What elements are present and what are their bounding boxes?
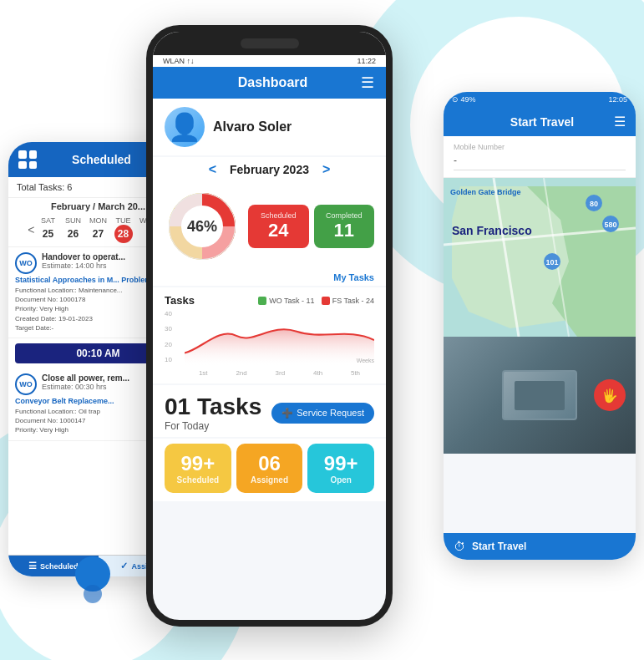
plus-icon: ➕: [281, 408, 293, 419]
day-num-tue: 28: [114, 225, 133, 243]
legend-dot-fs: [322, 297, 330, 305]
scheduled-card: 99+ Scheduled: [165, 444, 231, 493]
stat-cards: Scheduled 24 Completed 11: [248, 205, 374, 248]
assigned-card-num: 06: [258, 452, 281, 475]
scheduled-tab-label: Scheduled: [40, 562, 79, 571]
chart-yaxis: 40302010: [165, 310, 172, 363]
notch-pill: [241, 38, 299, 48]
status-right: 11:22: [357, 57, 376, 65]
avatar: 👤: [165, 107, 205, 147]
service-request-label: Service Request: [297, 408, 364, 418]
open-card-label: Open: [330, 475, 352, 485]
profile-section: 👤 Alvaro Soler: [153, 99, 386, 155]
open-card-num: 99+: [324, 452, 358, 475]
svg-text:580: 580: [604, 221, 616, 229]
task2-title: Close all power, rem...: [42, 373, 129, 383]
day-num-mon: 27: [89, 225, 108, 243]
chart-legend: WO Task - 11 FS Task - 24: [258, 297, 374, 305]
scheduled-card-num: 99+: [180, 452, 215, 475]
stop-button[interactable]: 🖐: [594, 379, 626, 411]
mobile-number-section: Mobile Number -: [444, 136, 636, 178]
task2-estimate: Estimate: 00:30 hrs: [42, 383, 129, 391]
chart-title: Tasks: [165, 294, 195, 307]
task1-title: Handover to operat...: [42, 252, 125, 261]
bridge-label: Golden Gate Bridge: [450, 188, 521, 196]
right-status-bar: ⊙ 49% 12:05: [444, 92, 636, 107]
donut-percent: 46%: [187, 218, 217, 236]
day-label-tue: TUE: [116, 216, 131, 225]
chart-header: Tasks WO Task - 11 FS Task - 24: [165, 294, 374, 307]
right-menu-icon[interactable]: ☰: [614, 114, 626, 129]
center-menu-icon[interactable]: ☰: [361, 74, 374, 92]
travel-label: Start Travel: [472, 541, 526, 552]
travel-bar[interactable]: ⏱ Start Travel: [444, 533, 636, 560]
legend-wo: WO Task - 11: [258, 297, 314, 305]
generator-body: [515, 381, 565, 410]
day-mon[interactable]: MON 27: [87, 216, 110, 243]
legend-dot-wo: [258, 297, 266, 305]
completed-stat-card: Completed 11: [314, 205, 375, 248]
right-phone-header: Start Travel ☰: [444, 107, 636, 136]
map-svg: 80 580 101: [444, 178, 636, 337]
right-status-left: ⊙ 49%: [452, 95, 476, 104]
avatar-icon: 👤: [168, 111, 201, 143]
center-phone-header: Dashboard ☰: [153, 67, 386, 99]
center-status-bar: WLAN ↑↓ 11:22: [153, 55, 386, 67]
svg-text:101: 101: [545, 258, 558, 267]
svg-text:80: 80: [590, 200, 598, 208]
prev-month-button[interactable]: <: [209, 162, 216, 177]
day-label-mon: MON: [89, 216, 107, 225]
tasks-today-info: 01 Tasks For Today: [165, 393, 261, 432]
scheduled-tab-icon: ☰: [28, 561, 37, 571]
tasks-today-num: 01 Tasks: [165, 393, 261, 420]
day-tue[interactable]: TUE 28: [112, 216, 135, 243]
grid-icon: [18, 150, 37, 169]
legend-fs-label: FS Task - 24: [332, 297, 374, 305]
my-tasks-link[interactable]: My Tasks: [153, 272, 386, 286]
wo-badge-2: WO: [15, 373, 37, 395]
right-status-right: 12:05: [608, 95, 627, 104]
status-left: WLAN ↑↓: [163, 57, 195, 65]
wo-badge-1: WO: [15, 252, 37, 274]
prev-week-button[interactable]: <: [28, 223, 34, 236]
chart-xlabel: Weeks: [357, 358, 374, 363]
tasks-today-section: 01 Tasks For Today ➕ Service Request: [153, 385, 386, 437]
open-card: 99+ Open: [307, 444, 374, 493]
image-section: 🖐: [444, 337, 636, 454]
day-sat[interactable]: SAT 25: [37, 216, 60, 243]
scheduled-card-label: Scheduled: [177, 475, 220, 485]
legend-fs: FS Task - 24: [322, 297, 374, 305]
legend-wo-label: WO Task - 11: [269, 297, 314, 305]
right-header-title: Start Travel: [510, 115, 574, 129]
assigned-tab-icon: ✓: [120, 561, 128, 571]
phone-center: WLAN ↑↓ 11:22 Dashboard ☰ 👤 Alvaro Soler…: [146, 25, 393, 627]
scheduled-stat-label: Scheduled: [261, 211, 297, 220]
chart-section: Tasks WO Task - 11 FS Task - 24 40302010: [153, 287, 386, 383]
notch: [153, 32, 386, 55]
center-header-title: Dashboard: [185, 75, 361, 90]
map-background: 80 580 101 Golden Gate Bridge San Franci…: [444, 178, 636, 337]
service-request-button[interactable]: ➕ Service Request: [271, 403, 374, 424]
next-month-button[interactable]: >: [322, 162, 330, 177]
day-label-sun: SUN: [65, 216, 81, 225]
completed-stat-label: Completed: [326, 211, 363, 220]
mobile-label: Mobile Number: [454, 143, 626, 151]
donut-chart: 46%: [165, 189, 240, 264]
user-name: Alvaro Soler: [213, 119, 292, 135]
chart-area: 40302010 1st2nd3rd4th5th Weeks: [165, 310, 374, 377]
city-label: San Francisco: [452, 224, 532, 237]
float-dot-small: [84, 585, 102, 603]
day-sun[interactable]: SUN 26: [62, 216, 85, 243]
scheduled-stat-num: 24: [268, 220, 288, 241]
chart-svg: [185, 310, 374, 365]
mobile-value: -: [454, 151, 626, 170]
assigned-card-label: Assigned: [251, 475, 288, 485]
chart-xaxis: 1st2nd3rd4th5th: [185, 369, 374, 377]
month-navigator: < February 2023 >: [153, 157, 386, 182]
phone-right: ⊙ 49% 12:05 Start Travel ☰ Mobile Number…: [444, 92, 636, 560]
day-num-sat: 25: [39, 225, 58, 243]
day-label-sat: SAT: [41, 216, 55, 225]
day-num-sun: 26: [64, 225, 83, 243]
travel-icon: ⏱: [454, 540, 465, 553]
bottom-cards: 99+ Scheduled 06 Assigned 99+ Open: [153, 439, 386, 501]
